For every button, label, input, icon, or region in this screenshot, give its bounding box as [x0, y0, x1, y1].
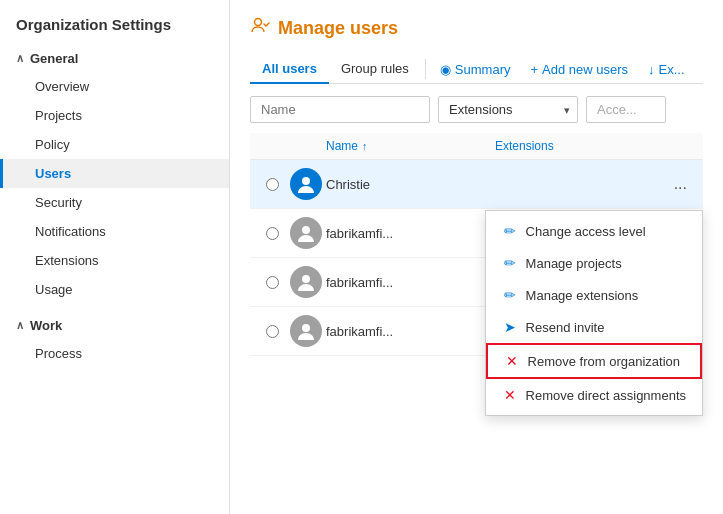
org-settings-title: Organization Settings: [0, 16, 229, 45]
sidebar-item-extensions[interactable]: Extensions: [0, 246, 229, 275]
svg-point-0: [255, 19, 262, 26]
sidebar-item-usage[interactable]: Usage: [0, 275, 229, 304]
context-menu: ✏ Change access level ✏ Manage projects …: [485, 210, 703, 416]
sidebar: Organization Settings ∧ General Overview…: [0, 0, 230, 514]
row-avatar-1: [286, 168, 326, 200]
sidebar-item-process[interactable]: Process: [0, 339, 229, 368]
page-title: Manage users: [278, 18, 398, 39]
menu-item-manage-projects[interactable]: ✏ Manage projects: [486, 247, 702, 279]
edit-icon-1: ✏: [502, 223, 518, 239]
main-content: Manage users All users Group rules ◉ Sum…: [230, 0, 723, 514]
section-work-label: Work: [30, 318, 62, 333]
row-avatar-2: [286, 217, 326, 249]
x-icon-1: ✕: [504, 353, 520, 369]
row-checkbox-4[interactable]: [258, 325, 286, 338]
edit-icon-3: ✏: [502, 287, 518, 303]
row-radio-3[interactable]: [266, 276, 279, 289]
extensions-filter-wrap: Extensions: [438, 96, 578, 123]
menu-item-manage-extensions[interactable]: ✏ Manage extensions: [486, 279, 702, 311]
row-name-1: Christie: [326, 177, 466, 192]
export-icon: ↓: [648, 62, 655, 77]
row-radio-2[interactable]: [266, 227, 279, 240]
svg-point-4: [302, 324, 310, 332]
menu-item-remove-direct[interactable]: ✕ Remove direct assignments: [486, 379, 702, 411]
table-row[interactable]: Christie ...: [250, 160, 703, 209]
table-header: Name ↑ Extensions: [250, 133, 703, 160]
chevron-down-icon: ∧: [16, 52, 24, 65]
filter-row: Extensions Acce...: [250, 96, 703, 123]
add-icon: +: [530, 62, 538, 77]
summary-icon: ◉: [440, 62, 451, 77]
row-name-4: fabrikamfi...: [326, 324, 495, 339]
tabs-bar: All users Group rules ◉ Summary + Add ne…: [250, 55, 703, 84]
row-avatar-4: [286, 315, 326, 347]
svg-point-1: [302, 177, 310, 185]
sort-asc-icon: ↑: [362, 140, 368, 152]
menu-item-change-access[interactable]: ✏ Change access level: [486, 215, 702, 247]
tab-action-summary[interactable]: ◉ Summary: [430, 56, 521, 83]
tab-divider: [425, 59, 426, 79]
section-general-label: General: [30, 51, 78, 66]
svg-point-2: [302, 226, 310, 234]
row-name-2: fabrikamfi...: [326, 226, 495, 241]
avatar-1: [290, 168, 322, 200]
row-radio-1[interactable]: [266, 178, 279, 191]
avatar-4: [290, 315, 322, 347]
page-header: Manage users: [250, 16, 703, 41]
chevron-down-icon-work: ∧: [16, 319, 24, 332]
sidebar-item-users[interactable]: Users: [0, 159, 229, 188]
sidebar-item-security[interactable]: Security: [0, 188, 229, 217]
sidebar-section-work[interactable]: ∧ Work: [0, 312, 229, 339]
avatar-3: [290, 266, 322, 298]
menu-item-resend-invite[interactable]: ➤ Resend invite: [486, 311, 702, 343]
access-filter[interactable]: Acce...: [586, 96, 666, 123]
svg-point-3: [302, 275, 310, 283]
send-icon: ➤: [502, 319, 518, 335]
sidebar-section-general[interactable]: ∧ General: [0, 45, 229, 72]
row-avatar-3: [286, 266, 326, 298]
tab-group-rules[interactable]: Group rules: [329, 55, 421, 84]
row-more-button-1[interactable]: ...: [666, 173, 695, 195]
extensions-filter-select[interactable]: Extensions: [438, 96, 578, 123]
x-icon-2: ✕: [502, 387, 518, 403]
manage-users-icon: [250, 16, 270, 41]
users-table: Name ↑ Extensions Chris: [250, 133, 703, 356]
tab-action-export[interactable]: ↓ Ex...: [638, 56, 695, 83]
row-name-3: fabrikamfi...: [326, 275, 495, 290]
users-row-container: Christie ... ✏ Change access level ✏ Man…: [250, 160, 703, 209]
avatar-2: [290, 217, 322, 249]
sidebar-item-overview[interactable]: Overview: [0, 72, 229, 101]
tab-all-users[interactable]: All users: [250, 55, 329, 84]
name-filter-input[interactable]: [250, 96, 430, 123]
sidebar-item-policy[interactable]: Policy: [0, 130, 229, 159]
row-checkbox-3[interactable]: [258, 276, 286, 289]
th-extensions: Extensions: [495, 139, 695, 153]
row-radio-4[interactable]: [266, 325, 279, 338]
row-checkbox-2[interactable]: [258, 227, 286, 240]
edit-icon-2: ✏: [502, 255, 518, 271]
sidebar-item-notifications[interactable]: Notifications: [0, 217, 229, 246]
tab-action-add-users[interactable]: + Add new users: [520, 56, 638, 83]
row-checkbox-1[interactable]: [258, 178, 286, 191]
th-name: Name ↑: [326, 139, 495, 153]
sidebar-item-projects[interactable]: Projects: [0, 101, 229, 130]
menu-item-remove-from-org[interactable]: ✕ Remove from organization: [486, 343, 702, 379]
